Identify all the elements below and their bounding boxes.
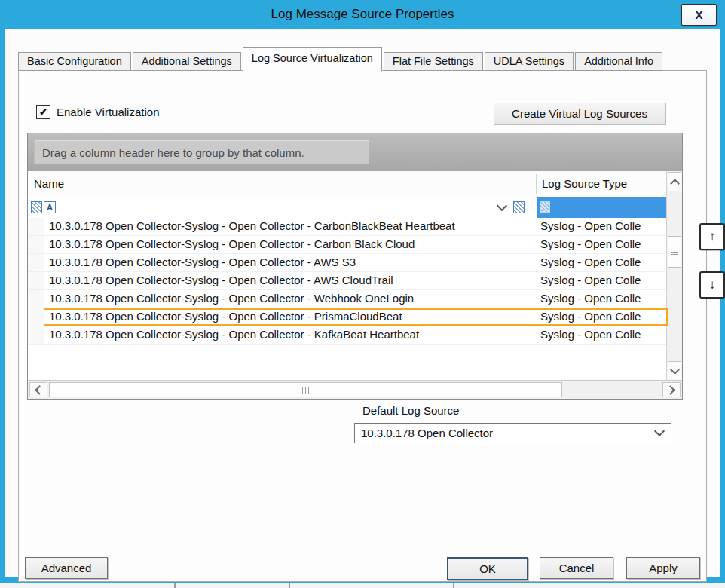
row-log-source-type: Syslog - Open Colle	[540, 236, 668, 253]
titlebar[interactable]: Log Message Source Properties X	[0, 0, 725, 29]
create-virtual-log-sources-button[interactable]: Create Virtual Log Sources	[494, 103, 665, 124]
chevron-down-icon	[654, 426, 665, 436]
tab-udla-settings[interactable]: UDLA Settings	[485, 52, 574, 71]
row-name: 10.3.0.178 Open Collector-Syslog - Open …	[49, 218, 535, 234]
scroll-up-button[interactable]	[668, 172, 681, 191]
dialog-body: Basic Configuration Additional Settings …	[5, 29, 720, 577]
group-by-bar[interactable]: Drag a column header here to group by th…	[28, 133, 682, 171]
row-indicator	[28, 290, 44, 308]
background-window-edge	[0, 583, 725, 588]
filter-mini-icon	[540, 201, 550, 213]
enable-virtualization-label: Enable Virtualization	[57, 106, 159, 118]
table-row[interactable]: 10.3.0.178 Open Collector-Syslog - Open …	[28, 254, 668, 272]
cancel-button[interactable]: Cancel	[540, 557, 613, 579]
log-message-source-properties-dialog: Log Message Source Properties X Basic Co…	[0, 0, 725, 583]
down-arrow-icon: ↓	[709, 277, 716, 292]
chevron-down-icon	[497, 201, 507, 211]
row-name: 10.3.0.178 Open Collector-Syslog - Open …	[49, 290, 535, 307]
table-row[interactable]: 10.3.0.178 Open Collector-Syslog - Open …	[28, 326, 668, 345]
row-log-source-type: Syslog - Open Colle	[540, 272, 668, 289]
vertical-scrollbar[interactable]	[666, 171, 682, 381]
virtual-log-sources-grid: Drag a column header here to group by th…	[27, 133, 683, 400]
close-icon: X	[695, 8, 702, 21]
advanced-button[interactable]: Advanced	[25, 557, 108, 579]
row-indicator	[28, 272, 44, 289]
table-row[interactable]: 10.3.0.178 Open Collector-Syslog - Open …	[28, 218, 668, 236]
row-name: 10.3.0.178 Open Collector-Syslog - Open …	[49, 236, 535, 253]
move-up-button[interactable]: ↑	[699, 223, 725, 250]
filter-criteria-icon-2[interactable]	[513, 201, 525, 213]
row-indicator	[28, 326, 44, 344]
row-name: 10.3.0.178 Open Collector-Syslog - Open …	[49, 308, 535, 325]
tab-flat-file-settings[interactable]: Flat File Settings	[384, 52, 483, 71]
row-log-source-type: Syslog - Open Colle	[540, 218, 668, 234]
close-button[interactable]: X	[681, 4, 717, 26]
filter-letter-icon[interactable]: A	[44, 201, 56, 213]
table-row[interactable]: 10.3.0.178 Open Collector-Syslog - Open …	[28, 236, 668, 254]
scroll-left-button[interactable]	[29, 382, 47, 397]
window-title: Log Message Source Properties	[0, 0, 725, 29]
scroll-right-button[interactable]	[662, 382, 681, 397]
ok-button[interactable]: OK	[447, 557, 528, 580]
grid-header-row: Name Log Source Type	[28, 171, 668, 198]
row-name: 10.3.0.178 Open Collector-Syslog - Open …	[49, 254, 535, 271]
enable-virtualization-row: ✔ Enable Virtualization	[36, 104, 159, 119]
column-header-name[interactable]: Name	[34, 171, 64, 196]
row-log-source-type: Syslog - Open Colle	[540, 290, 668, 307]
tab-log-source-virtualization[interactable]: Log Source Virtualization	[243, 47, 382, 72]
column-divider	[536, 174, 537, 194]
table-row[interactable]: 10.3.0.178 Open Collector-Syslog - Open …	[28, 272, 668, 290]
chevron-down-icon	[670, 365, 680, 375]
tab-basic-configuration[interactable]: Basic Configuration	[18, 52, 131, 71]
grid-rows: 10.3.0.178 Open Collector-Syslog - Open …	[28, 218, 668, 345]
default-log-source-label: Default Log Source	[362, 404, 459, 417]
filter-criteria-icon[interactable]	[31, 201, 42, 213]
chevron-right-icon	[665, 385, 675, 395]
row-indicator	[28, 254, 44, 271]
row-name: 10.3.0.178 Open Collector-Syslog - Open …	[49, 272, 535, 289]
tab-additional-settings[interactable]: Additional Settings	[133, 52, 241, 71]
row-indicator	[28, 218, 44, 235]
table-row[interactable]: 10.3.0.178 Open Collector-Syslog - Open …	[28, 290, 668, 308]
row-log-source-type: Syslog - Open Colle	[540, 326, 668, 343]
row-indicator	[28, 308, 44, 326]
check-icon: ✔	[39, 106, 47, 118]
apply-button[interactable]: Apply	[626, 557, 700, 579]
group-by-hint: Drag a column header here to group by th…	[34, 139, 369, 164]
column-header-log-source-type[interactable]: Log Source Type	[542, 171, 627, 196]
table-row-highlighted[interactable]: 10.3.0.178 Open Collector-Syslog - Open …	[28, 308, 668, 326]
vertical-scroll-thumb[interactable]	[668, 236, 681, 268]
grid-filter-row: A	[28, 197, 668, 219]
chevron-left-icon	[35, 385, 44, 395]
filter-cell-log-source-type[interactable]	[537, 197, 668, 218]
row-log-source-type: Syslog - Open Colle	[540, 308, 668, 325]
row-log-source-type: Syslog - Open Colle	[540, 254, 668, 271]
default-log-source-value: 10.3.0.178 Open Collector	[361, 424, 493, 443]
move-down-button[interactable]: ↓	[699, 271, 725, 299]
scroll-down-button[interactable]	[668, 361, 681, 381]
default-log-source-select[interactable]: 10.3.0.178 Open Collector	[354, 423, 671, 443]
enable-virtualization-checkbox[interactable]: ✔	[36, 105, 50, 119]
up-arrow-icon: ↑	[709, 229, 716, 244]
chevron-up-icon	[670, 179, 680, 188]
tab-additional-info[interactable]: Additional Info	[575, 52, 662, 71]
filter-dropdown-button[interactable]	[495, 201, 509, 213]
horizontal-scrollbar[interactable]	[28, 380, 682, 399]
row-indicator	[28, 236, 44, 253]
row-name: 10.3.0.178 Open Collector-Syslog - Open …	[49, 326, 535, 343]
tab-strip: Basic Configuration Additional Settings …	[18, 47, 664, 71]
horizontal-scroll-thumb[interactable]	[49, 382, 562, 397]
